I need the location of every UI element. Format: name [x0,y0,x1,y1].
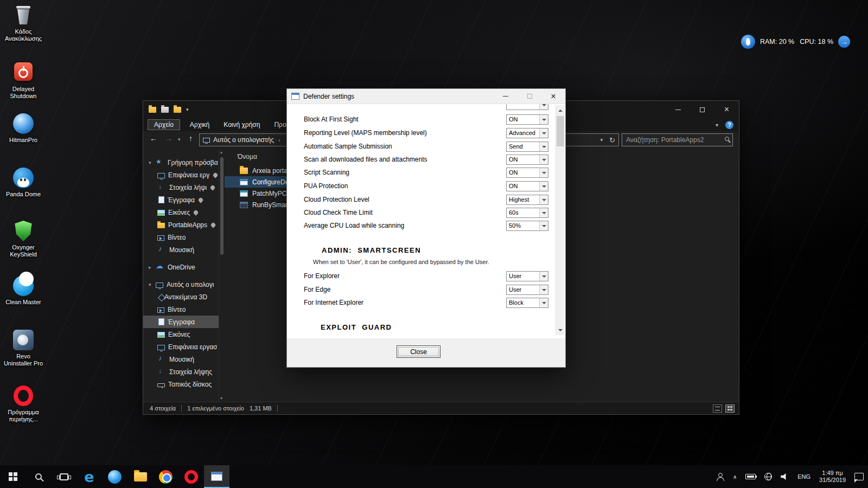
desktop-icon-panda-dome[interactable]: Panda Dome [2,167,44,198]
setting-dropdown[interactable]: ON [506,155,548,165]
setting-dropdown[interactable] [506,104,548,110]
address-dropdown-icon[interactable]: ▾ [601,137,603,143]
taskbar-file-explorer-button[interactable] [127,465,153,488]
tray-overflow-button[interactable]: ∧ [729,465,741,488]
sidebar-item-3d-objects[interactable]: Αντικείμενα 3D [143,291,219,303]
task-view-button[interactable] [51,465,76,488]
language-indicator[interactable]: ENG [793,465,815,488]
taskbar-browser-button[interactable] [102,465,127,488]
sidebar-item-documents[interactable]: Έγγραφα [143,194,219,206]
scroll-up-icon[interactable]: ▴ [220,150,222,155]
sidebar-item-desktop-pc[interactable]: Επιφάνεια εργασ [143,341,219,353]
sidebar-item-music[interactable]: Μουσική [143,243,219,256]
setting-dropdown[interactable]: ON [506,168,548,178]
sidebar-item-pictures-pc[interactable]: Εικόνες [143,328,219,341]
battery-button[interactable] [741,465,760,488]
chevron-down-icon[interactable] [149,282,156,287]
shield-icon [14,221,33,241]
details-view-button[interactable] [713,404,722,413]
volume-button[interactable] [776,465,793,488]
menu-home[interactable]: Αρχική [190,121,209,129]
minimize-button[interactable] [494,89,518,104]
setting-dropdown[interactable]: ON [506,114,548,125]
chevron-down-icon[interactable] [149,160,156,165]
scrollbar-thumb[interactable] [557,116,564,146]
chevron-right-icon[interactable] [149,265,156,270]
sidebar-item-portableapps[interactable]: PortableApps [143,219,219,231]
network-button[interactable] [760,465,776,488]
desktop[interactable]: { "colors": {"accent": "#0078d7", "selec… [0,0,868,488]
desktop-icon-recycle-bin[interactable]: Κάδος Ανακύκλωσης [2,4,44,42]
sidebar-item-local-disk[interactable]: Τοπικός δίσκος [143,378,219,390]
help-icon[interactable] [725,121,733,129]
desktop-icon-opera-browser[interactable]: Πρόγραμμα περιήγης... [2,385,44,423]
setting-dropdown[interactable]: ON [506,181,548,191]
scroll-down-icon[interactable]: ▾ [220,396,222,401]
close-dialog-button[interactable]: Close [397,345,441,358]
folder-icon[interactable] [174,107,181,113]
arrow-right-icon[interactable] [838,36,850,48]
close-button[interactable]: × [541,89,565,104]
minimize-button[interactable] [666,101,690,118]
sidebar-item-documents-pc[interactable]: Έγγραφα [143,316,219,328]
dialog-titlebar[interactable]: Defender settings × [287,89,565,104]
taskbar-active-app-button[interactable] [204,465,229,488]
setting-dropdown[interactable]: 50% [506,221,548,231]
taskbar-opera-button[interactable] [178,465,204,488]
desktop-icon-hitmanpro[interactable]: HitmanPro [2,113,44,144]
chevron-down-icon[interactable]: ▾ [186,107,189,112]
sidebar-item-downloads-pc[interactable]: Στοιχεία λήψης [143,365,219,378]
close-button[interactable]: × [714,101,739,118]
folder-icon[interactable] [149,107,156,113]
forward-button[interactable]: → [165,134,173,143]
action-center-button[interactable] [850,465,868,488]
scroll-up-icon[interactable] [556,105,565,113]
up-button[interactable]: ↑ [189,134,193,143]
menu-file[interactable]: Αρχείο [148,119,180,130]
sidebar-item-videos[interactable]: Βίντεο [143,231,219,243]
sidebar-item-this-pc[interactable]: Αυτός ο υπολογι [143,278,219,291]
clock[interactable]: 1:49 πμ 31/5/2019 [815,465,850,488]
setting-dropdown[interactable]: Advanced [506,128,548,138]
desktop-icon-clean-master[interactable]: Clean Master [2,275,44,306]
setting-dropdown[interactable]: 60s [506,208,548,218]
start-button[interactable] [0,465,25,488]
desktop-icon-revo-uninstaller[interactable]: Revo Uninstaller Pro [2,329,44,367]
setting-dropdown[interactable]: User [506,271,548,281]
maximize-button[interactable] [690,101,714,118]
desktop-icon-delayed-shutdown[interactable]: Delayed Shutdown [2,61,44,100]
taskbar-search-button[interactable] [25,465,51,488]
nav-scrollbar[interactable]: ▴ ▾ [219,149,225,402]
sidebar-item-music-pc[interactable]: Μουσική [143,353,219,365]
sidebar-item-onedrive[interactable]: OneDrive [143,261,219,273]
people-button[interactable] [712,465,729,488]
setting-row: Scan all downloaded files and attachment… [304,154,544,165]
history-dropdown-icon[interactable]: ▾ [178,137,181,142]
hitmanpro-icon [13,113,34,134]
search-input[interactable] [622,133,733,146]
scroll-down-icon[interactable] [556,327,565,335]
desktop-icon-oxynger-keyshield[interactable]: Oxynger KeyShield [2,220,44,258]
sidebar-item-quick-access[interactable]: Γρήγορη πρόσβα [143,156,219,169]
ribbon-expand-icon[interactable]: ▾ [716,122,718,128]
sidebar-item-pictures[interactable]: Εικόνες [143,206,219,219]
sidebar-item-desktop[interactable]: Επιφάνεια εργ [143,169,219,181]
sidebar-item-downloads[interactable]: Στοιχεία λήψι [143,181,219,194]
monitor-widget-icon[interactable] [741,35,755,49]
scrollbar-thumb[interactable] [220,157,224,255]
setting-dropdown[interactable]: Block [506,298,548,308]
folder-icon[interactable] [161,107,169,113]
thumbnail-view-button[interactable] [725,404,735,413]
setting-dropdown[interactable]: User [506,285,548,295]
taskbar-edge-button[interactable] [76,465,102,488]
back-button[interactable]: ← [150,134,157,143]
sidebar-item-videos-pc[interactable]: Βίντεο [143,303,219,316]
dropdown-value: Highest [507,195,539,204]
menu-share[interactable]: Κοινή χρήση [224,121,260,129]
taskbar-chrome-button[interactable] [153,465,178,488]
setting-dropdown[interactable]: Highest [506,195,548,205]
refresh-icon[interactable]: ↻ [609,136,615,144]
dialog-scrollbar[interactable] [556,105,564,335]
setting-dropdown[interactable]: Send [506,142,548,152]
sidebar-item-label: Εικόνες [168,209,190,216]
